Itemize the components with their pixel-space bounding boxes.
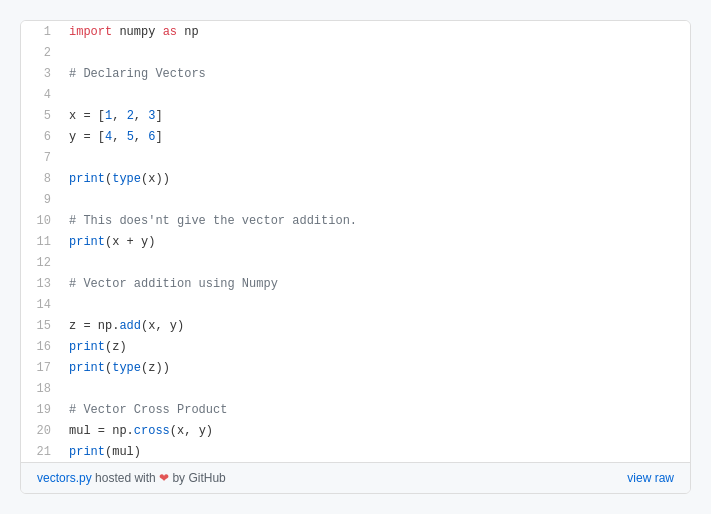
table-row: 9 xyxy=(21,189,690,210)
table-row: 10 # This does'nt give the vector additi… xyxy=(21,210,690,231)
filename-link[interactable]: vectors.py xyxy=(37,471,92,485)
line-code xyxy=(61,252,690,273)
line-number: 11 xyxy=(21,231,61,252)
line-number: 16 xyxy=(21,336,61,357)
line-number: 9 xyxy=(21,189,61,210)
heart-icon: ❤ xyxy=(159,471,169,485)
line-number: 20 xyxy=(21,420,61,441)
table-row: 7 xyxy=(21,147,690,168)
line-code: mul = np.cross(x, y) xyxy=(61,420,690,441)
line-number: 4 xyxy=(21,84,61,105)
line-code: # Vector addition using Numpy xyxy=(61,273,690,294)
line-number: 1 xyxy=(21,21,61,42)
table-row: 1 import numpy as np xyxy=(21,21,690,42)
code-table: 1 import numpy as np 2 3 # Declaring Vec… xyxy=(21,21,690,462)
line-code: # Declaring Vectors xyxy=(61,63,690,84)
line-code xyxy=(61,42,690,63)
line-number: 21 xyxy=(21,441,61,462)
table-row: 16 print(z) xyxy=(21,336,690,357)
table-row: 14 xyxy=(21,294,690,315)
line-number: 12 xyxy=(21,252,61,273)
table-row: 18 xyxy=(21,378,690,399)
table-row: 19 # Vector Cross Product xyxy=(21,399,690,420)
line-code xyxy=(61,378,690,399)
line-code xyxy=(61,189,690,210)
view-raw-link[interactable]: view raw xyxy=(627,471,674,485)
table-row: 8 print(type(x)) xyxy=(21,168,690,189)
line-number: 10 xyxy=(21,210,61,231)
table-row: 4 xyxy=(21,84,690,105)
gist-footer: vectors.py hosted with ❤ by GitHub view … xyxy=(21,462,690,493)
line-code: z = np.add(x, y) xyxy=(61,315,690,336)
line-code: x = [1, 2, 3] xyxy=(61,105,690,126)
line-code: # This does'nt give the vector addition. xyxy=(61,210,690,231)
line-code: print(type(x)) xyxy=(61,168,690,189)
line-number: 15 xyxy=(21,315,61,336)
footer-right: view raw xyxy=(627,471,674,485)
table-row: 5 x = [1, 2, 3] xyxy=(21,105,690,126)
line-code: print(x + y) xyxy=(61,231,690,252)
table-row: 21 print(mul) xyxy=(21,441,690,462)
by-github-text: by GitHub xyxy=(172,471,225,485)
line-number: 5 xyxy=(21,105,61,126)
table-row: 13 # Vector addition using Numpy xyxy=(21,273,690,294)
code-area: 1 import numpy as np 2 3 # Declaring Vec… xyxy=(21,21,690,462)
hosted-with-label: hosted with xyxy=(95,471,156,485)
line-code: print(z) xyxy=(61,336,690,357)
table-row: 17 print(type(z)) xyxy=(21,357,690,378)
table-row: 15 z = np.add(x, y) xyxy=(21,315,690,336)
line-number: 7 xyxy=(21,147,61,168)
line-number: 17 xyxy=(21,357,61,378)
line-number: 19 xyxy=(21,399,61,420)
table-row: 20 mul = np.cross(x, y) xyxy=(21,420,690,441)
table-row: 11 print(x + y) xyxy=(21,231,690,252)
line-number: 3 xyxy=(21,63,61,84)
line-code: print(mul) xyxy=(61,441,690,462)
line-code: print(type(z)) xyxy=(61,357,690,378)
table-row: 6 y = [4, 5, 6] xyxy=(21,126,690,147)
line-number: 8 xyxy=(21,168,61,189)
line-code xyxy=(61,84,690,105)
line-code: import numpy as np xyxy=(61,21,690,42)
table-row: 12 xyxy=(21,252,690,273)
line-number: 2 xyxy=(21,42,61,63)
line-number: 14 xyxy=(21,294,61,315)
line-code xyxy=(61,147,690,168)
table-row: 3 # Declaring Vectors xyxy=(21,63,690,84)
line-number: 13 xyxy=(21,273,61,294)
footer-left: vectors.py hosted with ❤ by GitHub xyxy=(37,471,226,485)
table-row: 2 xyxy=(21,42,690,63)
line-code: # Vector Cross Product xyxy=(61,399,690,420)
line-code: y = [4, 5, 6] xyxy=(61,126,690,147)
line-number: 18 xyxy=(21,378,61,399)
gist-container: 1 import numpy as np 2 3 # Declaring Vec… xyxy=(20,20,691,494)
line-code xyxy=(61,294,690,315)
line-number: 6 xyxy=(21,126,61,147)
